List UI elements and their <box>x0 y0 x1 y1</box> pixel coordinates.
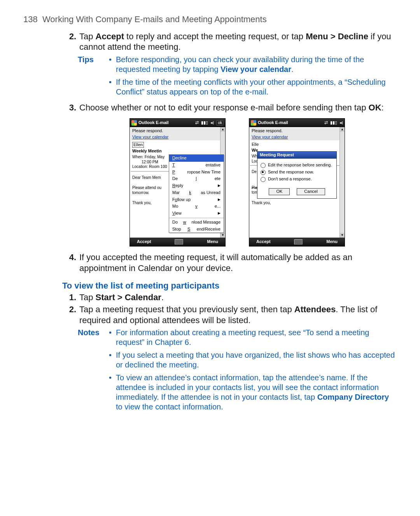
bullet-icon: • <box>109 350 116 370</box>
note-item: • To view an attendee’s contact informat… <box>109 373 397 412</box>
step-2: 2. Tap Accept to reply and accept the me… <box>62 31 397 52</box>
meeting-request-dialog: Meeting Request Edit the response before… <box>257 151 337 199</box>
notes-label: Notes <box>78 328 109 415</box>
dialog-cancel-button[interactable]: Cancel <box>297 188 325 195</box>
step-text: If you accepted the meeting request, it … <box>79 252 397 273</box>
menu-item-mark-unread[interactable]: Mark as Unread <box>169 189 224 196</box>
bullet-icon: • <box>109 55 116 74</box>
menu-item-follow-up[interactable]: Follow up▶ <box>169 196 224 203</box>
titlebar: Outlook E-mail ⇄ ▮▮▯ ◂׀ ok <box>130 119 225 127</box>
bullet-icon: • <box>109 373 116 412</box>
menu-item-tentative[interactable]: Tentative <box>169 162 224 169</box>
softkey-menu[interactable]: Menu <box>326 239 338 245</box>
volume-icon: ◂׀ <box>340 120 343 126</box>
sync-icon: ⇄ <box>324 120 328 126</box>
page-number: 138 <box>23 14 38 24</box>
menu-item-stop-send-receive[interactable]: Stop Send/Receive <box>169 226 224 233</box>
from-name: Elle <box>252 142 259 147</box>
softkey-accept[interactable]: Accept <box>256 239 271 245</box>
screenshot-right: Outlook E-mail ⇄ ▮▮▯ ◂׀ Please respond. … <box>249 118 345 247</box>
signal-icon: ▮▮▯ <box>330 120 337 126</box>
step-text: Tap Accept to reply and accept the meeti… <box>79 31 397 52</box>
view-calendar-link[interactable]: View your calendar <box>252 135 288 139</box>
step-number: 2. <box>62 304 79 325</box>
step-4: 4. If you accepted the meeting request, … <box>62 252 397 273</box>
sec2-step-1: 1. Tap Start > Calendar. <box>62 292 397 303</box>
softkey-bar: Accept Menu <box>130 238 225 246</box>
sync-icon: ⇄ <box>195 120 199 126</box>
sec2-step-2: 2. Tap a meeting request that you previo… <box>62 304 397 325</box>
screenshot-left: Outlook E-mail ⇄ ▮▮▯ ◂׀ ok Please respon… <box>130 118 226 247</box>
dialog-ok-button[interactable]: OK <box>269 188 290 195</box>
windows-icon <box>251 120 256 126</box>
dialog-title: Meeting Request <box>257 152 336 159</box>
note-item: • For information about creating a meeti… <box>109 328 397 347</box>
please-respond-label: Please respond. <box>131 128 224 134</box>
titlebar: Outlook E-mail ⇄ ▮▮▯ ◂׀ <box>249 119 345 127</box>
radio-send-now[interactable]: Send the response now. <box>261 170 333 175</box>
screenshots-row: Outlook E-mail ⇄ ▮▮▯ ◂׀ ok Please respon… <box>78 118 397 247</box>
keyboard-icon[interactable] <box>294 239 303 245</box>
menu-item-move[interactable]: Move... <box>169 203 224 210</box>
menu-item-delete[interactable]: Delete <box>169 175 224 182</box>
softkey-bar: Accept Menu <box>249 238 345 246</box>
menu-item-decline[interactable]: Decline <box>169 155 224 162</box>
step-text: Tap a meeting request that you previousl… <box>79 304 397 325</box>
email-subject: Weekly Meetin <box>131 148 224 155</box>
step-text: Tap Start > Calendar. <box>79 292 397 303</box>
tips-block: Tips • Before responding, you can check … <box>23 55 397 100</box>
chevron-right-icon: ▶ <box>218 184 220 188</box>
scroll-down-icon[interactable]: ▼ <box>220 233 225 238</box>
menu-item-download-message[interactable]: Download Message <box>169 219 224 226</box>
windows-icon <box>131 120 137 126</box>
radio-edit-before-sending[interactable]: Edit the response before sending. <box>261 163 333 168</box>
please-respond-label: Please respond. <box>250 128 344 134</box>
keyboard-icon[interactable] <box>175 239 183 245</box>
menu-item-view[interactable]: View▶ <box>169 210 224 217</box>
titlebar-title: Outlook E-mail <box>258 120 323 126</box>
volume-icon: ◂׀ <box>210 120 214 126</box>
tip-item: • Before responding, you can check your … <box>109 55 397 74</box>
notes-block: Notes • For information about creating a… <box>23 328 397 415</box>
tip-item: • If the time of the meeting conflicts w… <box>109 77 397 97</box>
scroll-up-icon[interactable]: ▲ <box>220 127 225 132</box>
chapter-title: Working With Company E-mails and Meeting… <box>42 14 267 24</box>
scroll-up-icon[interactable]: ▲ <box>340 127 345 132</box>
step-number: 1. <box>62 292 79 303</box>
bullet-icon: • <box>109 328 116 347</box>
radio-icon <box>261 163 266 168</box>
signal-icon: ▮▮▯ <box>201 120 208 126</box>
view-calendar-link[interactable]: View your calendar <box>132 135 168 139</box>
radio-icon <box>261 177 266 182</box>
step-number: 3. <box>62 102 79 113</box>
step-3: 3. Choose whether or not to edit your re… <box>62 102 397 113</box>
tips-label: Tips <box>78 55 109 100</box>
context-menu: Decline Tentative Propose New Time Delet… <box>169 154 224 233</box>
radio-dont-send[interactable]: Don't send a response. <box>261 177 333 182</box>
menu-item-reply[interactable]: Reply▶ <box>169 182 224 189</box>
note-item: • If you select a meeting that you have … <box>109 350 397 370</box>
scroll-down-icon[interactable]: ▼ <box>340 233 345 238</box>
vertical-scrollbar[interactable]: ▲ ▼ <box>340 127 345 238</box>
softkey-accept[interactable]: Accept <box>137 239 151 245</box>
page-header: 138 Working With Company E-mails and Mee… <box>23 14 397 25</box>
step-number: 2. <box>62 31 79 52</box>
from-name: Ellen <box>132 142 144 148</box>
radio-icon <box>261 170 266 175</box>
section-heading: To view the list of meeting participants <box>62 280 397 291</box>
menu-item-propose-new-time[interactable]: Propose New Time <box>169 169 224 176</box>
titlebar-title: Outlook E-mail <box>138 120 194 126</box>
softkey-menu[interactable]: Menu <box>207 239 218 245</box>
step-number: 4. <box>62 252 79 273</box>
chevron-right-icon: ▶ <box>218 198 220 202</box>
bullet-icon: • <box>109 77 116 97</box>
step-text: Choose whether or not to edit your respo… <box>79 102 397 113</box>
chevron-right-icon: ▶ <box>218 211 220 215</box>
ok-button[interactable]: ok <box>216 120 224 126</box>
